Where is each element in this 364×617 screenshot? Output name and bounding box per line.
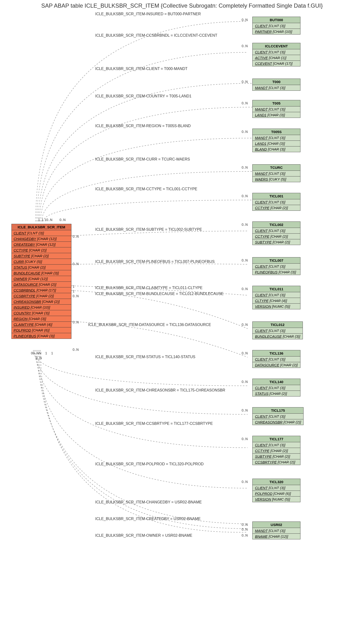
ref-card: 0..N — [242, 80, 248, 84]
ref-table-field: CLIENT [CLNT (3)] — [253, 385, 300, 391]
ref-table-field: CLIENT [CLNT (3)] — [253, 264, 300, 269]
ref-card: 0..N — [242, 408, 248, 412]
ref-table-header: TICL001 — [253, 193, 300, 199]
card-top-2: 1 10..N — [42, 218, 52, 222]
ref-card: 0..N — [242, 44, 248, 48]
ref-table-ticl007: TICL007CLIENT [CLNT (3)]PLINEOFBUS [CHAR… — [252, 257, 300, 275]
card-side-7: 0..N — [73, 348, 79, 352]
relationship-label: ICLE_BULKSBR_SCR_ITEM-CREATEDBY = USR02-… — [95, 517, 201, 521]
main-table-field: CURR [CUKY (5)] — [12, 259, 71, 264]
ref-table-header: TCURC — [253, 165, 300, 171]
ref-table-header: T005 — [253, 100, 300, 106]
main-table-field: COUNTRY [CHAR (3)] — [12, 310, 71, 316]
ref-table-field: BUNDLECAUSE [CHAR (3)] — [253, 334, 303, 339]
ref-table-header: TICL177 — [253, 436, 300, 442]
ref-table-field: STATUS [CHAR (2)] — [253, 391, 300, 396]
relationship-label: ICLE_BULKSBR_SCR_ITEM-CCSBRBNDL = ICLCCE… — [95, 33, 217, 38]
ref-table-field: CLIENT [CLNT (3)] — [253, 356, 300, 362]
ref-table-ticl012: TICL012CLIENT [CLNT (3)]BUNDLECAUSE [CHA… — [252, 321, 303, 339]
ref-table-field: CLIENT [CLNT (3)] — [253, 23, 300, 29]
ref-card-extra: 0..N — [242, 527, 248, 531]
ref-table-t005s: T005SMANDT [CLNT (3)]LAND1 [CHAR (3)]BLA… — [252, 129, 300, 152]
ref-table-field: CLIENT [CLNT (3)] — [253, 485, 300, 491]
relationship-label: ICLE_BULKSBR_SCR_ITEM-SUBTYPE = TICL002-… — [95, 227, 202, 232]
ref-card: 0..N — [242, 223, 248, 226]
relationship-label: ICLE_BULKSBR_SCR_ITEM-CCSBRTYPE = TICL17… — [95, 421, 213, 426]
ref-table-header: T000 — [253, 79, 300, 85]
card-bot-2: 1 — [45, 351, 47, 355]
ref-table-header: TICL140 — [253, 379, 300, 385]
card-side-5: 0..N — [73, 294, 79, 298]
main-table-field: CLAIMTYPE [CHAR (4)] — [12, 322, 71, 328]
ref-table-ticl001: TICL001CLIENT [CLNT (3)]CCTYPE [CHAR (2)… — [252, 193, 300, 211]
card-side-1: 0..N — [73, 235, 79, 238]
ref-table-ticl177: TICL177CLIENT [CLNT (3)]CCTYPE [CHAR (2)… — [252, 436, 300, 465]
ref-table-field: CCTYPE [CHAR (2)] — [253, 205, 300, 210]
relationship-label: ICLE_BULKSBR_SCR_ITEM-DATASOURCE = TICL1… — [88, 323, 211, 327]
ref-table-field: CLIENT [CLNT (3)] — [253, 49, 300, 55]
ref-card: 0..N — [242, 437, 248, 441]
diagram-canvas: SAP ABAP table ICLE_BULKSBR_SCR_ITEM {Co… — [0, 0, 364, 617]
main-table-header: ICLE_BULKSBR_SCR_ITEM — [12, 224, 71, 230]
ref-table-field: SUBTYPE [CHAR (2)] — [253, 239, 300, 245]
ref-table-header: TICL320 — [253, 479, 300, 485]
ref-table-header: TICL012 — [253, 322, 303, 328]
ref-table-field: MANDT [CLNT (3)] — [253, 106, 300, 112]
relationship-label: ICLE_BULKSBR_SCR_ITEM-COUNTRY = T005-LAN… — [95, 94, 191, 98]
ref-table-ticl011: TICL011CLIENT [CLNT (3)]CLTYPE [CHAR (4)… — [252, 286, 300, 309]
ref-table-but000: BUT000CLIENT [CLNT (3)]PARTNER [CHAR (10… — [252, 17, 300, 35]
ref-table-header: TICL011 — [253, 286, 300, 292]
relationship-label: ICLE_BULKSBR_SCR_ITEM-REGION = T005S-BLA… — [95, 124, 191, 128]
main-table-field: CCSBRBNDL [CHAR (17)] — [12, 288, 71, 293]
main-table-field: CCSBRTYPE [CHAR (2)] — [12, 293, 71, 299]
card-top-3: 0..N — [60, 218, 66, 222]
ref-table-field: CLIENT [CLNT (3)] — [253, 414, 303, 419]
ref-card: 0..N — [242, 194, 248, 198]
ref-card: 0..N — [242, 101, 248, 105]
relationship-label: ICLE_BULKSBR_SCR_ITEM-CLAIMTYPE = TICL01… — [95, 286, 203, 290]
ref-card: 0..N — [242, 523, 248, 526]
main-table-field: CHANGEDBY [CHAR (12)] — [12, 236, 71, 242]
relationship-label: ICLE_BULKSBR_SCR_ITEM-OWNER = USR02-BNAM… — [95, 533, 192, 538]
ref-table-ticl140: TICL140CLIENT [CLNT (3)]STATUS [CHAR (2)… — [252, 379, 300, 396]
relationship-label: ICLE_BULKSBR_SCR_ITEM-CHANGEDBY = USR02-… — [95, 500, 202, 504]
card-side-6: 0..N — [73, 320, 79, 324]
ref-table-field: MANDT [CLNT (3)] — [253, 171, 300, 176]
ref-table-header: ICLCCEVENT — [253, 43, 300, 49]
relationship-label: ICLE_BULKSBR_SCR_ITEM-STATUS = TICL140-S… — [95, 355, 195, 359]
ref-table-field: CLIENT [CLNT (3)] — [253, 442, 300, 448]
ref-card: 0..N — [242, 287, 248, 291]
ref-card: 0..N — [242, 323, 248, 327]
ref-card-extra: 0..N — [242, 533, 248, 537]
main-table-field: BUNDLECAUSE [CHAR (3)] — [12, 270, 71, 276]
ref-table-field: LAND1 [CHAR (3)] — [253, 112, 300, 118]
diagram-title: SAP ABAP table ICLE_BULKSBR_SCR_ITEM {Co… — [0, 2, 364, 9]
ref-table-field: CLIENT [CLNT (3)] — [253, 228, 300, 234]
ref-card: 0..N — [242, 380, 248, 384]
relationship-label: ICLE_BULKSBR_SCR_ITEM-CCTYPE = TICL001-C… — [95, 187, 197, 191]
main-table-field: STATUS [CHAR (2)] — [12, 264, 71, 270]
card-bot-3: 1 — [51, 351, 53, 355]
main-table-field: POLPROD [CHAR (6)] — [12, 328, 71, 333]
ref-table-field: WAERS [CUKY (5)] — [253, 176, 300, 182]
card-bot-4: 0..N — [36, 356, 42, 360]
main-table-field: CREATEDBY [CHAR (12)] — [12, 242, 71, 248]
relationship-label: ICLE_BULKSBR_SCR_ITEM-BUNDLECAUSE = TICL… — [95, 292, 223, 296]
ref-card: 0..N — [242, 18, 248, 22]
relationship-label: ICLE_BULKSBR_SCR_ITEM-POLPROD = TICL320-… — [95, 462, 204, 466]
ref-table-header: TICL175 — [253, 407, 303, 414]
ref-table-field: BNAME [CHAR (12)] — [253, 534, 300, 539]
relationship-label: ICLE_BULKSBR_SCR_ITEM-CHREASONSBR = TICL… — [95, 388, 225, 393]
ref-table-field: VERSION [NUMC (5)] — [253, 497, 300, 502]
ref-table-field: CCSBRTYPE [CHAR (2)] — [253, 459, 300, 465]
ref-table-field: CCTYPE [CHAR (2)] — [253, 448, 300, 454]
card-bot-1: 00..NN — [31, 351, 41, 355]
main-table-field: CLIENT [CLNT (3)] — [12, 230, 71, 236]
ref-card: 0..N — [242, 130, 248, 134]
ref-table-field: SUBTYPE [CHAR (2)] — [253, 454, 300, 459]
ref-card: 0..N — [242, 258, 248, 262]
ref-table-usr02: USR02MANDT [CLNT (3)]BNAME [CHAR (12)] — [252, 522, 300, 539]
card-side-2: 0..N — [73, 262, 79, 266]
main-table-field: REGION [CHAR (3)] — [12, 316, 71, 322]
relationship-label: ICLE_BULKSBR_SCR_ITEM-INSURED = BUT000-P… — [95, 12, 201, 16]
